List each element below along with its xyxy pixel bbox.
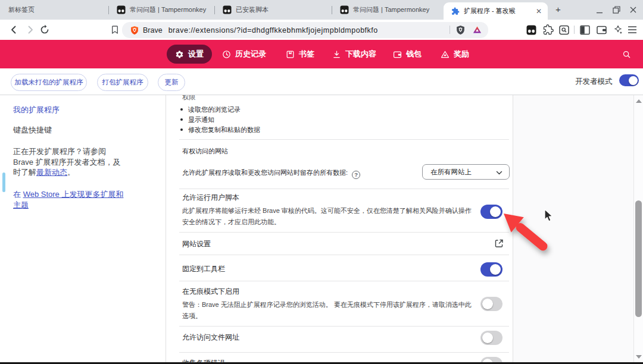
tampermonkey-icon — [223, 5, 232, 14]
scrollbar-thumb[interactable] — [635, 200, 642, 317]
reload-button[interactable] — [39, 24, 50, 35]
tab-title: 常问问题 | Tampermonkey — [130, 5, 206, 14]
help-icon[interactable]: ? — [352, 171, 360, 179]
browser-window: 新标签页 常问问题 | Tampermonkey 已安装脚本 常问问题 | Ta… — [0, 0, 643, 364]
bat-rewards-icon[interactable] — [472, 25, 482, 35]
divider — [179, 232, 509, 233]
scroll-down-arrow[interactable] — [636, 355, 642, 359]
scroll-up-arrow[interactable] — [636, 99, 642, 103]
tab-installed-scripts[interactable]: 已安装脚本 — [215, 0, 320, 20]
allow-file-urls-toggle[interactable] — [480, 331, 502, 345]
mouse-cursor — [544, 209, 555, 223]
incognito-label: 在无痕模式下启用 — [182, 287, 239, 297]
permissions-title: 权限 — [182, 95, 195, 102]
nav-wallet[interactable]: 钱包 — [393, 45, 422, 64]
divider — [574, 26, 575, 34]
site-access-label: 允许此扩展程序读取和更改您访问网站时留存的所有数据:? — [182, 168, 360, 179]
divider — [179, 281, 509, 281]
site-access-select[interactable]: 在所有网站上 — [422, 164, 510, 180]
allow-user-scripts-label: 允许运行用户脚本 — [182, 193, 239, 203]
address-bar: Brave brave://extensions/?id=dhdgffkkebh… — [0, 20, 643, 40]
download-icon — [332, 50, 341, 59]
tab-close-icon[interactable]: ✕ — [532, 7, 542, 15]
tab-title: 扩展程序 - 篡改猴 — [464, 7, 532, 15]
search-icon[interactable] — [622, 50, 631, 59]
annotation-arrow — [476, 196, 578, 280]
settings-nav-bar: 设置 历史记录 书签 下载内容 钱包 奖励 — [0, 40, 643, 68]
sidebar-item-keyboard-shortcuts[interactable]: 键盘快捷键 — [13, 125, 52, 136]
forward-button[interactable] — [25, 24, 36, 35]
scrollbar[interactable] — [633, 95, 643, 364]
divider — [179, 139, 509, 140]
tampermonkey-icon — [117, 5, 126, 14]
divider — [179, 352, 509, 353]
window-close-button[interactable] — [629, 6, 637, 14]
tab-new-tab[interactable]: 新标签页 — [0, 0, 108, 20]
nav-downloads[interactable]: 下载内容 — [332, 45, 376, 64]
reader-search-icon[interactable] — [559, 25, 569, 35]
button-label: 更新 — [165, 78, 179, 87]
sidebar-item-my-extensions[interactable]: 我的扩展程序 — [13, 105, 60, 115]
rewards-triangle-icon — [441, 50, 450, 59]
pack-extension-button[interactable]: 打包扩展程序 — [97, 74, 148, 91]
tampermonkey-toolbar-icon[interactable] — [526, 25, 536, 35]
site-access-title: 有权访问的网站 — [182, 147, 228, 156]
new-tab-button[interactable]: + — [553, 5, 563, 15]
nav-label: 钱包 — [406, 49, 422, 59]
wallet-toolbar-icon[interactable] — [597, 25, 607, 35]
allow-user-scripts-desc: 此扩展程序将能够运行未经 Brave 审核的代码。这可能不安全，仅在您清楚了解相… — [182, 205, 474, 228]
button-label: 加载未打包的扩展程序 — [15, 78, 83, 87]
developer-mode-toggle[interactable] — [619, 74, 639, 86]
shields-icon[interactable] — [455, 25, 466, 35]
bookmarks-icon — [286, 50, 295, 59]
url-text: brave://extensions/?id=dhdgffkkebhmkfjoj… — [168, 26, 378, 34]
site-button-label: Brave — [143, 26, 163, 34]
nav-label: 下载内容 — [345, 49, 376, 59]
tab-strip: 新标签页 常问问题 | Tampermonkey 已安装脚本 常问问题 | Ta… — [0, 0, 643, 20]
chevron-down-icon — [496, 170, 502, 176]
menu-hamburger-icon[interactable] — [628, 26, 637, 34]
incognito-toggle[interactable] — [480, 297, 502, 311]
nav-label: 奖励 — [454, 49, 469, 59]
back-button[interactable] — [8, 24, 19, 35]
select-value: 在所有网站上 — [430, 168, 472, 177]
divider — [179, 326, 509, 327]
tab-faq-1[interactable]: 常问问题 | Tampermonkey — [109, 0, 214, 20]
window-restore-button[interactable] — [613, 6, 620, 14]
tab-faq-2[interactable]: 常问问题 | Tampermonkey — [332, 0, 438, 20]
permission-item: 显示通知 — [188, 115, 214, 124]
nav-rewards[interactable]: 奖励 — [441, 45, 469, 64]
gear-icon — [175, 50, 184, 59]
developer-mode-label: 开发者模式 — [575, 77, 613, 87]
bookmark-icon[interactable] — [110, 25, 120, 34]
load-unpacked-button[interactable]: 加载未打包的扩展程序 — [11, 74, 87, 91]
permission-item: 修改您复制和粘贴的数据 — [188, 125, 260, 134]
nav-history[interactable]: 历史记录 — [222, 45, 266, 64]
url-bar[interactable]: Brave brave://extensions/?id=dhdgffkkebh… — [122, 22, 488, 38]
site-settings-label: 网站设置 — [182, 239, 211, 249]
permission-item: 读取您的浏览记录 — [188, 105, 241, 114]
brave-shield-icon[interactable] — [130, 26, 139, 35]
nav-settings[interactable]: 设置 — [167, 45, 212, 64]
edge-indicator — [2, 172, 5, 192]
clock-icon — [222, 50, 231, 59]
developer-note: 正在开发扩展程序？请参阅 Brave 扩展程序开发者文档，及时了解最新动态。 — [13, 146, 126, 178]
whats-new-link[interactable]: 最新动态 — [36, 168, 67, 177]
divider — [450, 26, 450, 34]
tampermonkey-icon — [340, 5, 349, 14]
button-label: 打包扩展程序 — [102, 78, 143, 87]
tab-title: 常问问题 | Tampermonkey — [353, 5, 429, 14]
extension-puzzle-icon — [451, 7, 460, 15]
extensions-menu-icon[interactable] — [543, 24, 554, 35]
webstore-link[interactable]: 在 Web Store 上发现更多扩展和主题 — [13, 189, 126, 210]
tab-title: 已安装脚本 — [236, 5, 269, 14]
divider — [179, 255, 509, 255]
tab-extensions-active[interactable]: 扩展程序 - 篡改猴 ✕ — [444, 2, 548, 20]
allow-file-urls-label: 允许访问文件网址 — [182, 332, 239, 343]
update-button[interactable]: 更新 — [158, 74, 185, 91]
extension-details-card: 权限 读取您的浏览记录 显示通知 修改您复制和粘贴的数据 有权访问的网站 允许此… — [166, 95, 513, 364]
leo-ai-icon[interactable] — [613, 24, 623, 35]
nav-bookmarks[interactable]: 书签 — [286, 45, 314, 64]
sidebar-toggle-icon[interactable] — [580, 25, 590, 35]
window-minimize-button[interactable] — [596, 9, 603, 16]
